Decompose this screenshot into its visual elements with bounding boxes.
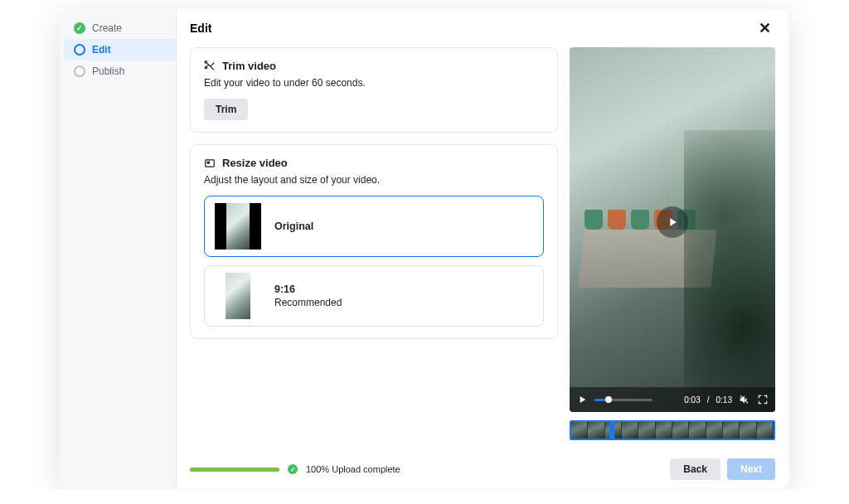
fullscreen-button[interactable]: [757, 394, 769, 405]
time-current: 0:03: [684, 395, 700, 405]
sidebar-step-create[interactable]: Create: [64, 17, 176, 39]
card-header: Trim video: [204, 60, 544, 72]
resize-video-card: Resize video Adjust the layout and size …: [190, 144, 558, 339]
close-button[interactable]: ✕: [754, 17, 775, 39]
thumb-original: [215, 203, 261, 250]
progress-bar[interactable]: [594, 399, 653, 401]
trim-button[interactable]: Trim: [204, 99, 248, 120]
sidebar-step-publish[interactable]: Publish: [64, 61, 176, 82]
svg-rect-1: [207, 161, 211, 163]
scene-plant: [684, 130, 775, 412]
time-sep: /: [707, 395, 710, 405]
thumb-portrait: [226, 273, 250, 319]
trim-timeline[interactable]: [570, 420, 775, 440]
video-controls: 0:03 / 0:13: [570, 387, 775, 412]
footer: ✓ 100% Upload complete Back Next: [177, 449, 788, 488]
step-label: Edit: [92, 44, 111, 56]
play-button[interactable]: [576, 394, 588, 405]
card-header: Resize video: [204, 157, 544, 169]
play-overlay-button[interactable]: [657, 206, 688, 238]
option-title: Original: [274, 220, 313, 232]
check-circle-icon: [74, 22, 85, 34]
resize-option-original[interactable]: Original: [204, 196, 544, 257]
upload-status-text: 100% Upload complete: [306, 464, 400, 474]
option-labels: Original: [274, 220, 313, 232]
play-icon: [666, 216, 679, 229]
time-duration: 0:13: [716, 395, 732, 405]
aspect-ratio-icon: [204, 158, 216, 169]
panel-header: Edit ✕: [177, 9, 788, 47]
card-title: Trim video: [222, 60, 276, 72]
next-button[interactable]: Next: [727, 458, 775, 480]
play-icon: [576, 394, 588, 405]
settings-column: Trim video Edit your video to under 60 s…: [190, 47, 558, 449]
card-desc: Edit your video to under 60 seconds.: [204, 77, 544, 89]
step-label: Publish: [92, 65, 124, 77]
page-title: Edit: [190, 22, 211, 35]
close-icon: ✕: [759, 19, 771, 37]
video-edit-window: Create Edit Publish Edit ✕: [60, 8, 789, 489]
option-title: 9:16: [274, 284, 342, 295]
card-desc: Adjust the layout and size of your video…: [204, 174, 544, 186]
footer-buttons: Back Next: [670, 458, 775, 480]
thumb-wrap: [215, 273, 261, 319]
check-circle-icon: ✓: [288, 464, 298, 474]
step-label: Create: [92, 22, 122, 34]
trim-handle[interactable]: [609, 420, 614, 440]
volume-mute-icon: [739, 394, 750, 405]
circle-outline-icon: [74, 44, 85, 56]
fullscreen-icon: [757, 394, 769, 405]
content-row: Trim video Edit your video to under 60 s…: [177, 47, 788, 449]
sidebar-step-edit[interactable]: Edit: [64, 39, 176, 61]
main-panel: Edit ✕ Trim video Edit your video to: [177, 9, 788, 488]
back-button[interactable]: Back: [670, 458, 720, 480]
circle-outline-icon: [74, 65, 85, 77]
trim-video-card: Trim video Edit your video to under 60 s…: [190, 47, 558, 133]
option-sub: Recommended: [274, 297, 342, 308]
video-preview: 0:03 / 0:13: [570, 47, 775, 412]
preview-column: 0:03 / 0:13: [570, 47, 775, 449]
option-labels: 9:16 Recommended: [274, 284, 342, 308]
mute-button[interactable]: [739, 394, 750, 405]
window-body: Create Edit Publish Edit ✕: [61, 9, 788, 488]
wizard-sidebar: Create Edit Publish: [61, 9, 177, 488]
scissors-icon: [204, 61, 216, 72]
upload-progress-bar: [190, 468, 279, 472]
resize-option-9-16[interactable]: 9:16 Recommended: [204, 265, 544, 327]
card-title: Resize video: [222, 157, 288, 169]
